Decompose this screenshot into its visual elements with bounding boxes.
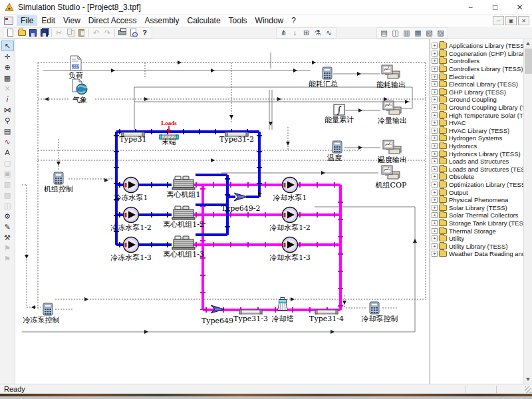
down-arrow-icon[interactable]: ↓ [289,28,301,38]
palette-item[interactable]: +HVAC [430,119,523,127]
grid-icon[interactable]: ⊞ [301,28,312,38]
copy-button[interactable] [65,28,76,38]
menu-file[interactable]: File [17,15,37,26]
expand-icon[interactable]: + [432,58,438,64]
window-1-icon[interactable]: ▢ [1,158,14,168]
window-4-icon[interactable]: ▨ [1,190,14,200]
menu-view[interactable]: View [59,15,84,26]
palette-item[interactable]: +High Temperature Solar (TESS) [430,111,523,119]
expand-icon[interactable]: + [432,158,438,164]
palette-item[interactable]: +Controllers [430,57,523,65]
expand-icon[interactable]: + [432,51,438,57]
component-type649-2[interactable] [233,192,248,205]
expand-icon[interactable]: + [432,128,438,134]
delete-x-icon[interactable]: ✕ [1,83,14,94]
expand-icon[interactable]: + [432,220,438,226]
palette-item[interactable]: +Applications Library (TESS) [430,42,523,50]
palette-item[interactable]: +HVAC Library (TESS) [430,127,523,135]
palette-item[interactable]: +Obsolete [430,173,523,181]
expand-icon[interactable]: + [432,190,438,196]
window-layout-6[interactable]: ▨ [435,28,446,38]
window-5-icon[interactable]: ◫ [1,200,14,211]
build-tools-icon[interactable]: ⚒ [1,232,14,243]
menu-window[interactable]: Window [251,15,288,26]
pan-hand-icon[interactable]: ✛ [1,51,14,62]
curve-icon[interactable]: ∿ [1,136,14,147]
window-layout-2[interactable]: ◫ [390,28,401,38]
palette-item[interactable]: +Storage Tank Library (TESS) [430,219,523,227]
save-button[interactable] [27,28,39,38]
expand-icon[interactable]: + [432,135,438,141]
palette-item[interactable]: +Controllers Library (TESS) [430,65,523,73]
expand-icon[interactable]: + [432,43,438,49]
wave-icon[interactable]: ∿ [323,28,334,38]
palette-item[interactable]: +Solar Thermal Collectors [430,211,523,219]
expand-icon[interactable]: + [432,96,438,102]
expand-icon[interactable]: + [432,112,438,118]
probe-icon[interactable]: ⚲ [1,115,14,126]
window-layout-3[interactable]: ▥ [401,28,412,38]
flask-icon[interactable]: ⚗ [312,28,323,38]
resize-grip[interactable] [525,386,531,393]
expand-icon[interactable]: + [432,166,438,172]
palette-item[interactable]: +Physical Phenomena [430,196,523,204]
palette-item[interactable]: +Output [430,188,523,196]
expand-icon[interactable]: + [432,74,438,80]
window-layout-1[interactable]: ▤ [378,28,390,38]
info-icon[interactable]: i [1,94,14,104]
mdi-restore-button[interactable]: ▣ [505,16,517,25]
menu--[interactable]: ? [287,15,300,26]
scrollbar-thumb[interactable] [525,49,532,74]
project-canvas[interactable]: USER负荷气象机组控制Type31末端LoadsType31-2冷冻水泵1冷冻… [15,39,430,384]
component-cooling-tower[interactable] [277,297,289,313]
maximize-button[interactable]: □ [483,0,507,15]
help-button[interactable]: ? [139,28,150,38]
expand-icon[interactable]: + [432,104,438,110]
close-button[interactable]: ✕ [507,0,532,15]
palette-item[interactable]: +Ground Coupling Library (TESS) [430,104,523,112]
expand-icon[interactable]: + [432,66,438,72]
pen-icon[interactable]: ✎ [1,221,14,232]
expand-icon[interactable]: + [432,251,438,257]
menu-direct-access[interactable]: Direct Access [84,15,141,26]
expand-icon[interactable]: + [432,81,438,87]
palette-item[interactable]: +Thermal Storage [430,227,523,235]
menu-assembly[interactable]: Assembly [141,15,184,26]
component-type649[interactable] [210,304,225,317]
window-3-icon[interactable]: ▥ [1,179,14,190]
window-layout-4[interactable]: ▦ [412,28,424,38]
palette-item[interactable]: +GHP Library (TESS) [430,88,523,96]
zoom-icon[interactable]: ⊕ [1,62,14,72]
menu-calculate[interactable]: Calculate [184,15,225,26]
palette-item[interactable]: +Solar Library (TESS) [430,203,523,211]
expand-icon[interactable]: + [432,151,438,157]
text-icon[interactable]: A [1,147,14,158]
window-2-icon[interactable]: ▣ [1,168,14,179]
window-layout-5[interactable]: ▧ [424,28,435,38]
palette-item[interactable]: +Optimization Library (TESS) [430,181,523,189]
expand-icon[interactable]: + [432,197,438,203]
palette-item[interactable]: +Electrical Library (TESS) [430,80,523,88]
print-preview-button[interactable] [128,28,139,38]
palette-item[interactable]: +Hydronics Library (TESS) [430,150,523,158]
select-arrow-icon[interactable]: ↖ [1,41,14,51]
palette-item[interactable]: +Ground Coupling [430,96,523,104]
palette-scrollbar[interactable] [523,39,532,384]
expand-icon[interactable]: + [432,182,438,188]
mdi-minimize-button[interactable]: ─ [493,16,504,25]
minimize-button[interactable]: − [458,0,483,15]
palette-item[interactable]: +Cogeneration (CHP) Library (TESS) [430,50,523,58]
palette-item[interactable]: +Hydrogen Systems [430,134,523,142]
print-button[interactable] [116,28,128,38]
palette-item[interactable]: +Weather Data Reading and Process [430,250,523,258]
expand-icon[interactable]: + [432,120,438,126]
open-button[interactable] [16,28,27,38]
expand-icon[interactable]: + [432,235,438,241]
menu-tools[interactable]: Tools [225,15,251,26]
expand-icon[interactable]: + [432,143,438,149]
flag-1-icon[interactable]: ⚑ [1,243,14,253]
expand-icon[interactable]: + [432,174,438,180]
menu-edit[interactable]: Edit [37,15,59,26]
cut-button[interactable]: ✂ [53,28,65,38]
branch-icon[interactable]: ⋔ [278,28,289,38]
